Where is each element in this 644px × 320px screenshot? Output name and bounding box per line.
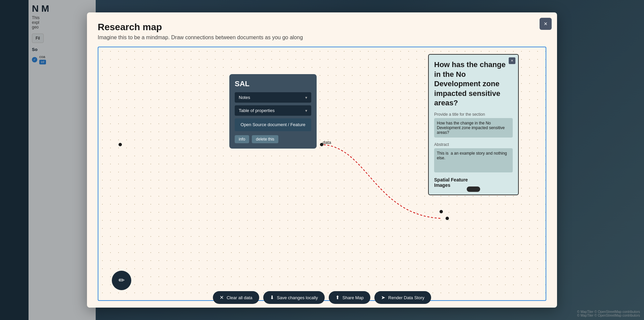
connection-line	[320, 145, 441, 218]
save-label: Save changes locally	[277, 295, 318, 300]
sal-node-title: SAL	[235, 79, 311, 88]
abstract-textarea[interactable]	[434, 148, 513, 172]
share-icon: ⬆	[335, 295, 340, 301]
story-connector-dot	[446, 217, 449, 220]
sal-info-button[interactable]: info	[235, 135, 249, 143]
notes-dropdown[interactable]: Notes ▾	[235, 92, 311, 103]
sal-node: SAL Notes ▾ Table of properties ▾ Open S…	[229, 74, 317, 149]
pen-icon: ✏	[119, 276, 125, 285]
modal-overlay: × Research map Imagine this to be a mind…	[0, 0, 644, 320]
mindmap-canvas[interactable]: data SAL Notes ▾ Table of properties ▾ O…	[98, 47, 546, 301]
save-changes-button[interactable]: ⬇ Save changes locally	[263, 291, 325, 304]
modal-subtitle: Imagine this to be a mindmap. Draw conne…	[98, 35, 546, 41]
clear-icon: ✕	[220, 295, 224, 301]
bottom-connector-dot	[440, 210, 443, 213]
bottom-toolbar: ✕ Clear all data ⬇ Save changes locally …	[87, 287, 557, 308]
title-textarea[interactable]	[434, 118, 513, 138]
open-source-button[interactable]: Open Source document / Feature	[235, 118, 311, 131]
abstract-label: Abstract	[434, 142, 513, 147]
table-dropdown-label: Table of properties	[239, 108, 275, 113]
modal-title: Research map	[98, 22, 546, 33]
share-label: Share Map	[342, 295, 364, 300]
research-map-modal: × Research map Imagine this to be a mind…	[87, 12, 557, 308]
save-icon: ⬇	[270, 295, 274, 301]
notes-dropdown-arrow-icon: ▾	[305, 95, 307, 100]
table-dropdown[interactable]: Table of properties ▾	[235, 105, 311, 116]
clear-label: Clear all data	[227, 295, 252, 300]
notes-dropdown-label: Notes	[239, 95, 250, 100]
story-card-title: How has the change in the No Development…	[434, 60, 513, 108]
render-icon: ➤	[381, 295, 385, 301]
sal-delete-button[interactable]: delete this	[252, 135, 278, 143]
story-card: × How has the change in the No Developme…	[428, 54, 519, 195]
clear-all-button[interactable]: ✕ Clear all data	[213, 291, 259, 304]
left-connector-dot	[119, 143, 122, 146]
section-title-label: Provide a title for the section	[434, 112, 513, 117]
sal-footer: info delete this	[235, 135, 311, 143]
render-label: Render Data Story	[388, 295, 424, 300]
share-map-button[interactable]: ⬆ Share Map	[329, 291, 371, 304]
scroll-indicator	[467, 186, 480, 192]
table-dropdown-arrow-icon: ▾	[305, 108, 307, 113]
modal-close-button[interactable]: ×	[540, 18, 552, 30]
render-story-button[interactable]: ➤ Render Data Story	[374, 291, 431, 304]
story-card-close-button[interactable]: ×	[509, 57, 515, 64]
data-label: data	[323, 140, 331, 145]
